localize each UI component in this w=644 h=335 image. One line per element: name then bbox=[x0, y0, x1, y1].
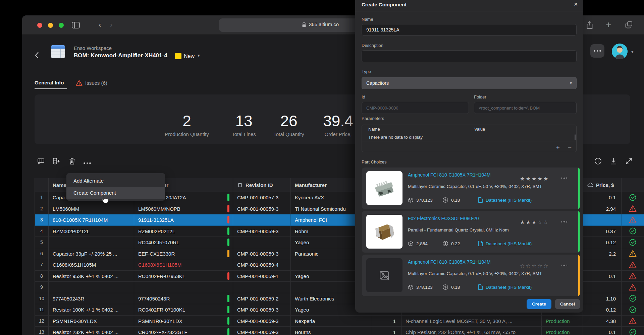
account-chevron-down-icon[interactable]: ▾ bbox=[631, 49, 634, 54]
cell-status[interactable] bbox=[622, 271, 644, 282]
share-icon[interactable] bbox=[586, 21, 593, 29]
cell-status[interactable] bbox=[622, 282, 644, 293]
cell-price[interactable] bbox=[583, 214, 622, 226]
cell-name[interactable] bbox=[49, 282, 134, 293]
cell-mpn[interactable]: PSMN1R0-30YLDX bbox=[134, 316, 233, 327]
cancel-button[interactable]: Cancel bbox=[555, 299, 580, 309]
tab-overview-icon[interactable] bbox=[625, 21, 633, 29]
menu-item-create-component[interactable]: Create Component bbox=[66, 187, 165, 199]
cell-mpn[interactable]: RZM002P02T2L bbox=[134, 226, 233, 237]
cell-name[interactable] bbox=[49, 237, 134, 248]
star-filled-icon[interactable]: ★ bbox=[537, 176, 543, 182]
cell-mpn[interactable]: EEF-CX1E330R bbox=[134, 248, 233, 260]
cell-price[interactable] bbox=[583, 259, 622, 271]
status-badge[interactable]: New bbox=[184, 53, 195, 59]
datasheet-link[interactable]: Datasheet (IHS Markit) bbox=[486, 241, 532, 246]
cell-status[interactable] bbox=[622, 237, 644, 248]
cell-revision[interactable] bbox=[233, 282, 291, 293]
cell-num[interactable]: 4 bbox=[35, 226, 49, 237]
star-filled-icon[interactable]: ★ bbox=[520, 219, 526, 225]
cell-price[interactable]: 0.12 bbox=[583, 304, 622, 316]
cell-name[interactable]: LM5060MM bbox=[49, 203, 134, 215]
cell-price[interactable]: 0.1 bbox=[583, 327, 622, 335]
column-header-price[interactable]: Price, $ bbox=[583, 178, 622, 192]
add-parameter-button[interactable]: + bbox=[556, 144, 560, 150]
cell-revision[interactable]: CMP-001-00059-3 bbox=[233, 304, 291, 316]
star-empty-icon[interactable]: ☆ bbox=[537, 263, 543, 269]
cell-price[interactable] bbox=[583, 282, 622, 293]
fullscreen-icon[interactable] bbox=[625, 157, 633, 165]
star-filled-icon[interactable]: ★ bbox=[526, 219, 532, 225]
datasheet-link[interactable]: Datasheet (IHS Markit) bbox=[486, 285, 532, 290]
cell-lifecycle[interactable]: Production bbox=[542, 327, 583, 335]
cell-description[interactable]: Chip Resistor, 232 kOhms, +/-1 %, 63 mW,… bbox=[401, 327, 542, 335]
minimize-window-button[interactable] bbox=[48, 23, 53, 28]
cell-price[interactable]: 0.1 bbox=[583, 271, 622, 282]
table-row[interactable]: 13Resistor 232K +/-1 % 0402 ...CR0402-FX… bbox=[35, 327, 644, 335]
cell-qty[interactable]: 1 bbox=[371, 327, 401, 335]
create-button[interactable]: Create bbox=[527, 299, 551, 309]
star-filled-icon[interactable]: ★ bbox=[532, 176, 537, 182]
cell-status[interactable] bbox=[622, 248, 644, 260]
cell-qty[interactable]: 1 bbox=[371, 316, 401, 327]
cell-revision[interactable]: CMP-001-00059-2 bbox=[233, 293, 291, 305]
cell-revision[interactable]: CMP-001-00059-3 bbox=[233, 203, 291, 215]
cell-name[interactable]: Capacitor 33µF +/-20% 25 ... bbox=[49, 248, 134, 260]
cell-status[interactable] bbox=[622, 259, 644, 271]
cell-revision[interactable] bbox=[233, 237, 291, 248]
cell-description[interactable]: N-channel Logic Level MOSFET, 30 V, 300 … bbox=[401, 316, 542, 327]
cell-revision[interactable]: CMP-001-00059-3 bbox=[233, 327, 291, 335]
cell-price[interactable]: 2.94 bbox=[583, 203, 622, 215]
cell-status[interactable] bbox=[622, 293, 644, 305]
cell-price[interactable]: 0.12 bbox=[583, 237, 622, 248]
star-empty-icon[interactable]: ☆ bbox=[543, 219, 549, 225]
star-filled-icon[interactable]: ★ bbox=[520, 176, 526, 182]
forward-icon[interactable]: › bbox=[110, 21, 112, 29]
cell-num[interactable]: 13 bbox=[35, 327, 49, 335]
remove-parameter-button[interactable]: − bbox=[568, 144, 572, 150]
cell-status[interactable] bbox=[622, 214, 644, 226]
cell-revision[interactable]: CMP-001-00059-1 bbox=[233, 271, 291, 282]
sidebar-toggle-icon[interactable] bbox=[72, 22, 80, 28]
tab-issues[interactable]: Issues (6) bbox=[85, 80, 107, 86]
cell-status[interactable] bbox=[622, 327, 644, 335]
cell-mpn[interactable]: 9774050243R bbox=[134, 293, 233, 305]
cell-name[interactable]: C1608X6S1H105M bbox=[49, 259, 134, 271]
cell-num[interactable]: 9 bbox=[35, 282, 49, 293]
cell-status[interactable] bbox=[622, 316, 644, 327]
cell-num[interactable]: 3 bbox=[35, 214, 49, 226]
part-link[interactable]: Amphenol FCI 810-C1005X 7R1H104M bbox=[408, 172, 491, 178]
cell-name[interactable]: Resistor 953K +/-1 % 0402 ... bbox=[49, 271, 134, 282]
part-choice-card[interactable]: Amphenol FCI 810-C1005X 7R1H104MMultilay… bbox=[362, 255, 580, 296]
cell-price[interactable]: 2.2 bbox=[583, 248, 622, 260]
close-window-button[interactable] bbox=[37, 23, 42, 28]
cell-num[interactable]: 5 bbox=[35, 237, 49, 248]
manage-columns-icon[interactable] bbox=[37, 157, 45, 165]
cell-name[interactable]: Resistor 100K +/-1 % 0402 ... bbox=[49, 304, 134, 316]
star-empty-icon[interactable]: ☆ bbox=[532, 263, 537, 269]
tab-general-info[interactable]: General Info bbox=[35, 80, 64, 85]
card-more-icon[interactable] bbox=[561, 178, 567, 179]
folder-field[interactable] bbox=[474, 102, 577, 114]
cell-num[interactable]: 2 bbox=[35, 203, 49, 215]
cell-num[interactable]: 6 bbox=[35, 248, 49, 260]
cell-revision[interactable] bbox=[233, 214, 291, 226]
part-link[interactable]: Fox Electronics FOXSDLF/080-20 bbox=[408, 216, 479, 221]
cell-manufacturer[interactable]: Nexperia bbox=[291, 316, 371, 327]
cell-name[interactable]: PSMN1R0-30YLDX bbox=[49, 316, 134, 327]
download-icon[interactable] bbox=[610, 157, 617, 165]
more-actions-button[interactable] bbox=[590, 44, 604, 58]
cell-status[interactable] bbox=[622, 192, 644, 203]
cell-mpn[interactable]: LM5060MM/NOPB bbox=[134, 203, 233, 215]
cell-name[interactable]: RZM002P02T2L bbox=[49, 226, 134, 237]
cell-status[interactable] bbox=[622, 226, 644, 237]
part-link[interactable]: Amphenol FCI 810-C1005X 7R1H104M bbox=[408, 259, 491, 265]
part-choice-card[interactable]: Amphenol FCI 810-C1005X 7R1H104MMultilay… bbox=[362, 168, 580, 209]
cell-revision[interactable]: CMP-001-00059-3 bbox=[233, 226, 291, 237]
cell-name[interactable]: 810-C1005X 7R1H104M bbox=[49, 214, 134, 226]
star-empty-icon[interactable]: ☆ bbox=[520, 263, 526, 269]
cell-revision[interactable]: CMP-001-00057-3 bbox=[233, 192, 291, 203]
scrollbar-thumb[interactable] bbox=[575, 134, 576, 140]
part-choice-card[interactable]: Fox Electronics FOXSDLF/080-20Parallel -… bbox=[362, 211, 580, 253]
cell-name[interactable]: Resistor 232K +/-1 % 0402 ... bbox=[49, 327, 134, 335]
